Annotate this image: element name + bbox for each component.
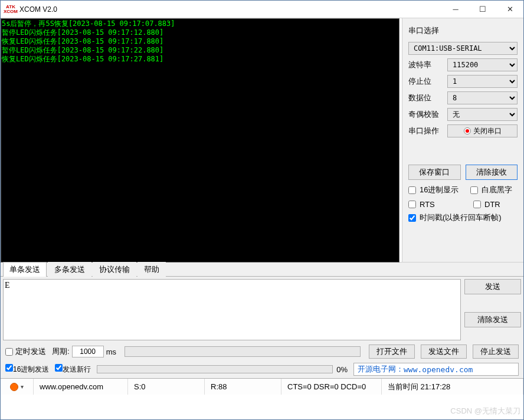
status-bar: ▾ www.openedv.com S:0 R:88 CTS=0 DSR=0 D… bbox=[1, 378, 523, 395]
clear-receive-button[interactable]: 清除接收 bbox=[466, 165, 518, 180]
send-textarea[interactable] bbox=[3, 279, 461, 340]
tab-multi-send[interactable]: 多条发送 bbox=[48, 262, 91, 277]
parity-select[interactable]: 无 bbox=[447, 108, 518, 121]
titlebar: ATKXCOM XCOM V2.0 ─ ☐ ✕ bbox=[1, 1, 523, 18]
port-select[interactable]: COM11:USB-SERIAL bbox=[408, 42, 518, 55]
port-op-label: 串口操作 bbox=[408, 126, 444, 136]
record-icon bbox=[464, 127, 471, 134]
period-unit: ms bbox=[106, 347, 116, 356]
rts-checkbox[interactable]: RTS bbox=[408, 200, 461, 209]
dtr-checkbox[interactable]: DTR bbox=[473, 200, 500, 209]
openedv-link[interactable]: www.openedv.com bbox=[404, 365, 473, 374]
stopbit-select[interactable]: 1 bbox=[447, 75, 518, 88]
app-icon: ATKXCOM bbox=[1, 5, 17, 14]
tab-help[interactable]: 帮助 bbox=[137, 262, 166, 277]
timestamp-checkbox[interactable]: 时间戳(以换行回车断帧) bbox=[408, 212, 518, 223]
close-button[interactable]: ✕ bbox=[496, 1, 523, 18]
tab-protocol[interactable]: 协议传输 bbox=[93, 262, 136, 277]
status-time: 当前时间 21:17:28 bbox=[382, 379, 523, 395]
save-window-button[interactable]: 保存窗口 bbox=[408, 165, 461, 180]
chevron-down-icon: ▾ bbox=[21, 383, 24, 390]
open-file-button[interactable]: 打开文件 bbox=[369, 344, 415, 359]
status-sent: S:0 bbox=[128, 379, 205, 395]
clear-send-button[interactable]: 清除发送 bbox=[464, 312, 521, 327]
hex-send-checkbox[interactable]: 16进制发送 bbox=[5, 364, 49, 375]
send-newline-checkbox[interactable]: 发送新行 bbox=[55, 364, 91, 375]
databit-select[interactable]: 8 bbox=[447, 91, 518, 104]
progress-bar bbox=[97, 365, 333, 373]
period-input[interactable] bbox=[72, 346, 104, 357]
close-port-button[interactable]: 关闭串口 bbox=[447, 124, 518, 137]
tab-single-send[interactable]: 单条发送 bbox=[3, 262, 47, 277]
minimize-button[interactable]: ─ bbox=[442, 1, 469, 18]
stop-send-button[interactable]: 停止发送 bbox=[473, 344, 519, 359]
file-path-box bbox=[125, 346, 361, 357]
status-cts: CTS=0 DSR=0 DCD=0 bbox=[281, 379, 382, 395]
record-dot-icon bbox=[10, 383, 18, 391]
window-title: XCOM V2.0 bbox=[17, 5, 442, 14]
terminal-output[interactable]: 5s后暂停，再5S恢复[2023-08-15 09:17:07.883] 暂停L… bbox=[1, 18, 399, 262]
send-file-button[interactable]: 发送文件 bbox=[421, 344, 467, 359]
baud-select[interactable]: 115200 bbox=[447, 58, 518, 71]
parity-label: 奇偶校验 bbox=[408, 109, 444, 120]
progress-percent: 0% bbox=[336, 365, 348, 374]
baud-label: 波特率 bbox=[408, 60, 444, 70]
timed-send-checkbox[interactable]: 定时发送 bbox=[5, 346, 46, 357]
close-port-label: 关闭串口 bbox=[473, 126, 502, 136]
status-received: R:88 bbox=[205, 379, 281, 395]
period-label: 周期: bbox=[52, 346, 70, 357]
sidebar: 串口选择 COM11:USB-SERIAL 波特率 115200 停止位 1 数… bbox=[402, 18, 523, 262]
tab-bar: 单条发送 多条发送 协议传输 帮助 bbox=[1, 262, 523, 277]
status-record[interactable]: ▾ bbox=[1, 379, 34, 395]
send-button[interactable]: 发送 bbox=[464, 279, 521, 294]
status-url[interactable]: www.openedv.com bbox=[34, 379, 128, 395]
databit-label: 数据位 bbox=[408, 93, 444, 103]
stopbit-label: 停止位 bbox=[408, 76, 444, 87]
maximize-button[interactable]: ☐ bbox=[469, 1, 496, 18]
white-bg-checkbox[interactable]: 白底黑字 bbox=[470, 185, 512, 195]
port-section-title: 串口选择 bbox=[408, 25, 518, 36]
link-box[interactable]: 开源电子网： www.openedv.com bbox=[353, 363, 519, 376]
hex-display-checkbox[interactable]: 16进制显示 bbox=[408, 185, 458, 195]
